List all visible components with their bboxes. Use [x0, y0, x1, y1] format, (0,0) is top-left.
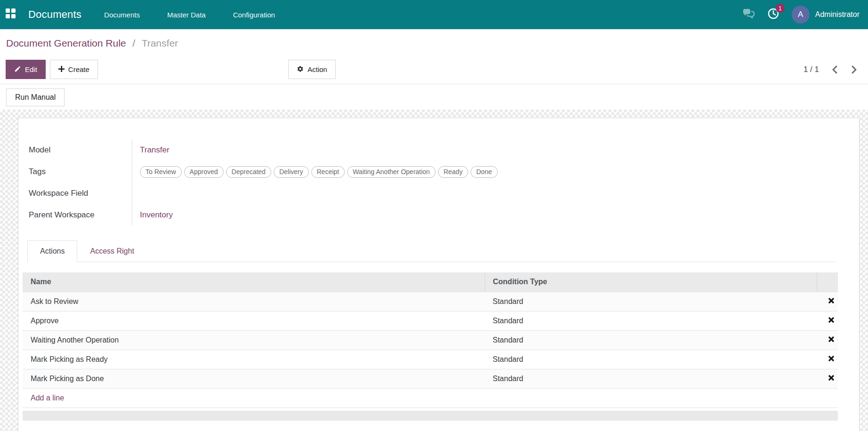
- user-name: Administrator: [815, 10, 860, 19]
- tag-chip: Ready: [438, 166, 468, 178]
- table-row[interactable]: Mark Picking as Ready Standard: [23, 350, 838, 369]
- add-a-line-link[interactable]: Add a line: [31, 394, 64, 402]
- field-label-workspace-field: Workspace Field: [29, 189, 88, 198]
- plus-icon: [58, 65, 65, 73]
- tag-chip: Waiting Another Operation: [347, 166, 436, 178]
- form-buttons: Edit Create: [6, 60, 98, 79]
- table-row[interactable]: Ask to Review Standard: [23, 292, 838, 311]
- tab-actions[interactable]: Actions: [27, 240, 77, 262]
- field-label-tags: Tags: [29, 167, 46, 176]
- edit-button-label: Edit: [25, 65, 37, 73]
- cell-name: Waiting Another Operation: [23, 330, 485, 350]
- field-value-parent-workspace-link[interactable]: Inventory: [140, 210, 173, 220]
- field-label-parent-workspace: Parent Workspace: [29, 210, 95, 220]
- delete-row-icon[interactable]: [828, 297, 835, 304]
- top-navbar: Documents Documents Master Data Configur…: [0, 0, 868, 29]
- tag-chip: Deprecated: [226, 166, 271, 178]
- delete-row-icon[interactable]: [828, 317, 835, 323]
- cell-name: Mark Picking as Done: [23, 369, 485, 388]
- pager-value: 1 / 1: [803, 65, 819, 74]
- field-value-model-link[interactable]: Transfer: [140, 145, 170, 155]
- control-panel: Document Generation Rule / Transfer Edit…: [0, 29, 868, 84]
- horizontal-scrollbar[interactable]: [23, 411, 838, 421]
- cell-name: Approve: [23, 311, 485, 330]
- breadcrumb-current: Transfer: [142, 38, 178, 48]
- table-row[interactable]: Mark Picking as Done Standard: [23, 369, 838, 388]
- create-button[interactable]: Create: [50, 60, 98, 79]
- field-label-model: Model: [29, 145, 50, 155]
- form-view-background: Model Tags Workspace Field Parent Worksp…: [0, 110, 868, 431]
- action-button-label: Action: [308, 65, 327, 73]
- cell-condition-type: Standard: [485, 311, 817, 330]
- table-row[interactable]: Waiting Another Operation Standard: [23, 330, 838, 350]
- column-header-condition-type[interactable]: Condition Type: [485, 272, 817, 292]
- app-name[interactable]: Documents: [28, 8, 81, 21]
- breadcrumb-separator: /: [132, 38, 135, 48]
- delete-row-icon[interactable]: [828, 355, 835, 362]
- breadcrumb: Document Generation Rule / Transfer: [6, 38, 178, 49]
- action-menu-button[interactable]: Action: [288, 60, 336, 79]
- form-sheet: Model Tags Workspace Field Parent Worksp…: [18, 118, 860, 431]
- field-values-column: Transfer To Review Approved Deprecated D…: [132, 139, 859, 226]
- navbar-menu: Documents Master Data Configuration: [104, 11, 275, 19]
- column-header-name[interactable]: Name: [23, 272, 485, 292]
- pencil-icon: [14, 65, 21, 74]
- tag-chip: Done: [471, 166, 497, 178]
- cell-name: Mark Picking as Ready: [23, 350, 485, 369]
- messages-button[interactable]: [743, 8, 755, 21]
- pager-next-icon[interactable]: [851, 65, 858, 74]
- menu-item-documents[interactable]: Documents: [104, 11, 140, 19]
- status-button-bar: Run Manual: [0, 84, 868, 110]
- menu-item-configuration[interactable]: Configuration: [233, 11, 275, 19]
- delete-row-icon[interactable]: [828, 336, 835, 343]
- tag-chip: Receipt: [311, 166, 345, 178]
- create-button-label: Create: [68, 65, 89, 73]
- tab-access-right[interactable]: Access Right: [77, 240, 146, 262]
- apps-grid-icon: [6, 8, 16, 21]
- cell-condition-type: Standard: [485, 369, 817, 388]
- tag-chip: To Review: [140, 166, 182, 178]
- tags-field: To Review Approved Deprecated Delivery R…: [140, 166, 498, 178]
- menu-item-master-data[interactable]: Master Data: [167, 11, 206, 19]
- field-labels-column: Model Tags Workspace Field Parent Worksp…: [29, 139, 132, 226]
- user-menu[interactable]: A Administrator: [792, 6, 860, 24]
- cell-condition-type: Standard: [485, 350, 817, 369]
- tag-chip: Delivery: [274, 166, 309, 178]
- gear-icon: [297, 65, 304, 74]
- pager: 1 / 1: [803, 60, 858, 79]
- pager-previous-icon[interactable]: [831, 65, 838, 74]
- apps-menu-button[interactable]: [0, 0, 22, 29]
- cell-condition-type: Standard: [485, 330, 817, 350]
- edit-button[interactable]: Edit: [6, 60, 46, 79]
- activity-count-badge: 1: [776, 4, 785, 13]
- cell-condition-type: Standard: [485, 292, 817, 311]
- tag-chip: Approved: [184, 166, 224, 178]
- notebook-tabs: Actions Access Right: [27, 240, 836, 262]
- navbar-systray: 1 A Administrator: [743, 6, 868, 24]
- column-header-delete: [817, 272, 838, 292]
- breadcrumb-parent-link[interactable]: Document Generation Rule: [6, 38, 126, 48]
- table-row[interactable]: Approve Standard: [23, 311, 838, 330]
- cell-name: Ask to Review: [23, 292, 485, 311]
- form-field-group: Model Tags Workspace Field Parent Worksp…: [29, 139, 859, 226]
- user-avatar: A: [792, 6, 810, 24]
- actions-list: Name Condition Type Ask to Review Standa…: [23, 272, 838, 408]
- activities-button[interactable]: 1: [767, 8, 779, 22]
- delete-row-icon[interactable]: [828, 375, 835, 381]
- chat-bubbles-icon: [743, 8, 755, 21]
- run-manual-button[interactable]: Run Manual: [6, 88, 65, 106]
